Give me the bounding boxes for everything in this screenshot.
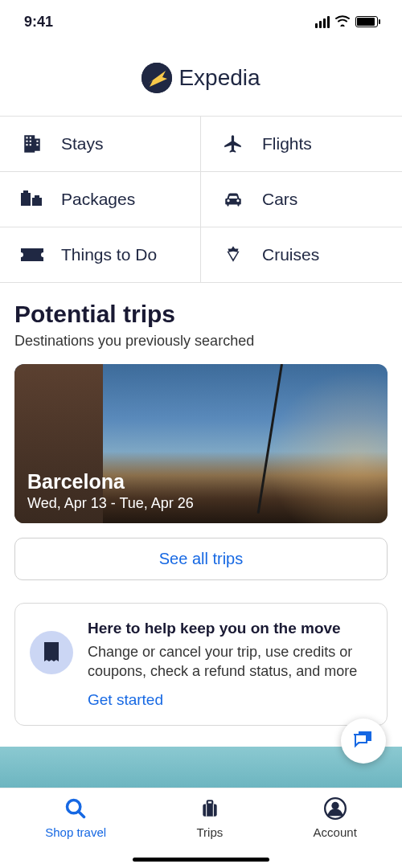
battery-icon: [355, 16, 378, 27]
trip-destination: Barcelona: [27, 470, 194, 493]
lob-label: Flights: [262, 134, 312, 154]
tab-trips[interactable]: Trips: [196, 796, 223, 839]
status-indicators: [315, 14, 378, 31]
cellular-signal-icon: [315, 16, 330, 28]
tab-shop-travel[interactable]: Shop travel: [45, 796, 106, 839]
help-title: Here to help keep you on the move: [88, 620, 372, 637]
suitcase-icon: [198, 796, 222, 821]
svg-rect-1: [21, 193, 31, 206]
plane-icon: [222, 133, 244, 155]
brand-name: Expedia: [178, 65, 260, 91]
lob-things-to-do[interactable]: Things to Do: [0, 227, 201, 282]
svg-line-6: [79, 812, 84, 817]
lob-label: Stays: [61, 134, 104, 154]
status-bar: 9:41: [0, 0, 402, 43]
tab-account[interactable]: Account: [314, 796, 357, 839]
svg-rect-7: [203, 805, 216, 817]
lob-flights[interactable]: Flights: [201, 117, 402, 172]
cruise-icon: [222, 244, 244, 266]
see-all-trips-button[interactable]: See all trips: [14, 538, 388, 580]
expedia-logo-icon: [142, 63, 172, 93]
help-card[interactable]: Here to help keep you on the move Change…: [14, 603, 388, 726]
svg-rect-2: [23, 190, 28, 193]
lob-grid: Stays Flights Packages Cars Things to Do…: [0, 116, 402, 283]
lob-cars[interactable]: Cars: [201, 172, 402, 227]
svg-rect-3: [32, 198, 42, 206]
tab-bar: Shop travel Trips Account: [0, 788, 402, 868]
trip-card-barcelona[interactable]: Barcelona Wed, Apr 13 - Tue, Apr 26: [14, 364, 388, 523]
svg-point-12: [331, 802, 338, 809]
hotel-icon: [21, 133, 43, 155]
packages-icon: [21, 188, 43, 211]
car-icon: [222, 188, 244, 211]
chat-fab[interactable]: [341, 719, 386, 764]
lob-label: Cruises: [262, 245, 319, 264]
tab-label: Trips: [196, 825, 223, 839]
potential-trips-section: Potential trips Destinations you previou…: [0, 283, 402, 726]
section-title: Potential trips: [14, 301, 388, 328]
tab-label: Account: [314, 825, 357, 839]
lob-cruises[interactable]: Cruises: [201, 227, 402, 282]
tab-label: Shop travel: [45, 825, 106, 839]
lob-label: Packages: [61, 190, 135, 209]
chat-icon: [352, 728, 375, 754]
receipt-icon: [30, 631, 73, 674]
home-indicator[interactable]: [133, 858, 269, 862]
status-time: 9:41: [24, 14, 53, 31]
ticket-icon: [21, 244, 43, 266]
svg-rect-8: [207, 800, 213, 804]
wifi-icon: [334, 14, 351, 31]
brand-header: Expedia: [0, 43, 402, 116]
section-subtitle: Destinations you previously searched: [14, 333, 388, 350]
svg-rect-4: [35, 195, 39, 198]
trip-dates: Wed, Apr 13 - Tue, Apr 26: [27, 495, 194, 512]
lob-stays[interactable]: Stays: [0, 117, 201, 172]
lob-packages[interactable]: Packages: [0, 172, 201, 227]
get-started-link[interactable]: Get started: [88, 691, 372, 709]
help-body: Change or cancel your trip, use credits …: [88, 642, 372, 682]
lob-label: Things to Do: [61, 245, 157, 264]
lob-label: Cars: [262, 190, 297, 209]
account-icon: [323, 796, 347, 821]
search-icon: [64, 796, 88, 821]
